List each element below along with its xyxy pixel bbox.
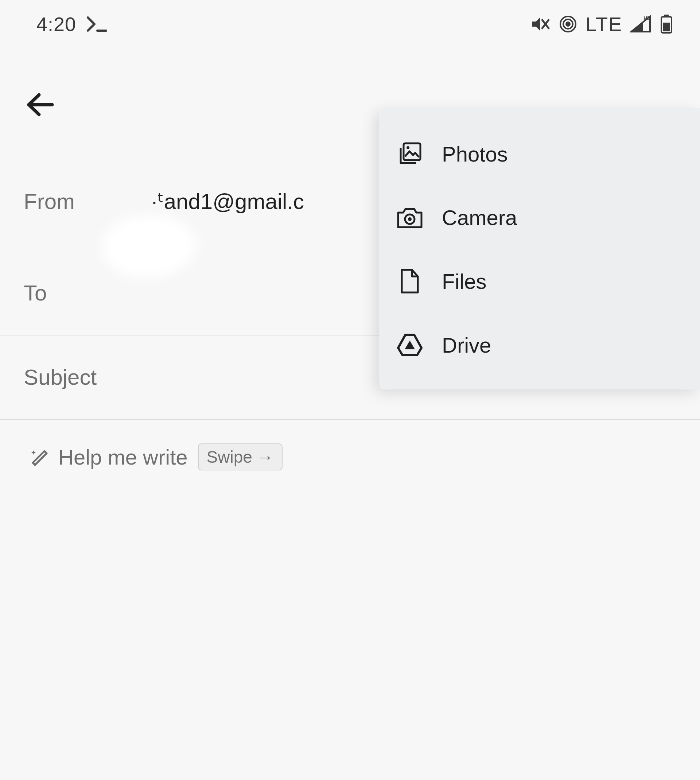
attach-drive[interactable]: Drive <box>379 313 700 376</box>
camera-icon <box>395 206 424 229</box>
attach-photos[interactable]: Photos <box>379 122 700 186</box>
swipe-hint-text: Swipe → <box>207 447 274 467</box>
from-value: ·ᵗand1@gmail.c <box>151 188 304 214</box>
magic-pen-icon <box>29 447 48 467</box>
compose-screen: From ·ᵗand1@gmail.c To Subject Help me w… <box>0 35 700 494</box>
svg-point-14 <box>408 217 412 221</box>
menu-item-label: Camera <box>442 205 517 230</box>
photos-icon <box>395 140 424 167</box>
subject-placeholder: Subject <box>24 365 97 390</box>
attach-menu: Photos Camera Files <box>379 108 700 390</box>
status-bar: 4:20 LTE <box>0 0 700 35</box>
menu-item-label: Files <box>442 269 487 293</box>
attach-files[interactable]: Files <box>379 249 700 313</box>
clock: 4:20 <box>37 13 76 35</box>
terminal-icon <box>87 16 108 32</box>
menu-item-label: Photos <box>442 142 508 166</box>
svg-rect-11 <box>403 143 420 160</box>
svg-rect-9 <box>663 23 670 32</box>
hotspot-icon <box>558 15 578 33</box>
svg-point-12 <box>407 146 410 149</box>
battery-icon <box>660 15 673 33</box>
arrow-left-icon <box>26 92 54 117</box>
back-button[interactable] <box>18 83 62 127</box>
drive-icon <box>395 333 424 357</box>
menu-item-label: Drive <box>442 333 491 357</box>
attach-camera[interactable]: Camera <box>379 186 700 249</box>
swipe-hint: Swipe → <box>198 443 283 470</box>
network-label: LTE <box>585 13 622 35</box>
help-me-write-label: Help me write <box>58 445 188 469</box>
file-icon <box>395 268 424 295</box>
to-label: To <box>24 280 78 306</box>
svg-point-3 <box>566 22 570 26</box>
help-me-write-row[interactable]: Help me write Swipe → <box>0 420 700 494</box>
from-label: From <box>24 189 78 214</box>
svg-text:HD: HD <box>643 15 651 21</box>
signal-icon: HD <box>630 15 652 33</box>
mute-icon <box>531 15 550 33</box>
